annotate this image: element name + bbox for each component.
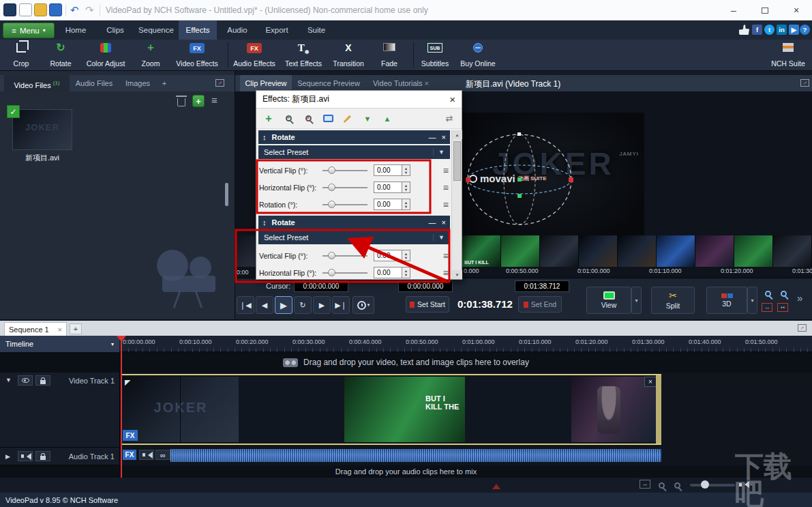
audio-clip-speaker[interactable] — [139, 450, 154, 460]
3d-button[interactable]: 3D — [706, 287, 747, 314]
loop-region-marker[interactable] — [492, 480, 500, 489]
playback-speed-button[interactable]: ▾ — [352, 296, 374, 314]
video-effects-button[interactable]: FXVideo Effects — [172, 41, 222, 70]
zoom-fit-icon[interactable] — [655, 479, 668, 491]
video-clip[interactable]: JOKER ◤ FX BUT I KILL THE × — [121, 374, 661, 445]
zoom-out-icon[interactable] — [761, 287, 775, 300]
crop-button[interactable]: Crop — [4, 41, 38, 70]
param-spinner[interactable]: ▲▼ — [402, 267, 410, 278]
video-frame[interactable]: JOKER JAMYI movavi动画 SUITE — [462, 113, 644, 248]
collapse-effect-icon[interactable]: — — [429, 133, 436, 141]
move-up-icon[interactable]: ▲ — [380, 112, 394, 126]
twitter-icon[interactable]: t — [764, 25, 775, 35]
set-start-button[interactable]: Set Start — [406, 296, 449, 313]
clip-end-handle[interactable] — [656, 375, 661, 444]
clip-resize-handle[interactable]: ◤ — [125, 378, 130, 387]
cursor-time-field[interactable]: 0:00:00.000 — [294, 280, 348, 292]
param-menu-icon[interactable]: ≡ — [443, 166, 449, 175]
scrollbar-handle[interactable] — [453, 141, 461, 181]
panel-resize-handle[interactable] — [225, 183, 228, 206]
menu-button[interactable]: ≡ Menu ▾ — [3, 23, 55, 38]
param-slider[interactable] — [322, 201, 367, 208]
save-project-icon[interactable] — [49, 3, 62, 16]
clip-fx-badge[interactable]: FX — [123, 430, 138, 441]
param-menu-icon[interactable]: ≡ — [443, 252, 449, 260]
rotation-gizmo[interactable] — [462, 113, 644, 248]
param-value-field[interactable]: 0.00 — [374, 164, 402, 176]
tab-audio[interactable]: Audio — [220, 20, 255, 40]
view-dropdown[interactable]: ▾ — [631, 287, 642, 314]
volume-slider-handle[interactable] — [701, 480, 709, 489]
timeline-zoom-icon[interactable] — [670, 479, 684, 491]
scroll-up-arrow[interactable]: ▲ — [452, 130, 462, 139]
add-effect-icon[interactable]: + — [262, 112, 275, 126]
audio-link-icon[interactable]: ∞ — [155, 450, 170, 460]
end-time-field[interactable]: 0:01:38.712 — [515, 280, 569, 292]
undo-icon[interactable]: ↶ — [70, 4, 79, 16]
youtube-icon[interactable]: ▶ — [789, 25, 799, 35]
remove-effect-icon[interactable]: × — [442, 133, 446, 141]
linkedin-icon[interactable]: in — [777, 25, 787, 35]
go-to-start-button[interactable]: ❘◀ — [237, 296, 254, 314]
pan-icon[interactable]: ↔ — [640, 480, 650, 489]
param-value-field[interactable]: 0.00 — [374, 182, 402, 193]
audio-fx-badge[interactable]: FX — [123, 450, 136, 460]
nch-suite-button[interactable]: NCH Suite — [768, 41, 809, 70]
tab-add-bin[interactable]: + — [158, 75, 170, 91]
subtitles-button[interactable]: SUBSubtitles — [416, 41, 454, 70]
param-slider[interactable] — [322, 252, 367, 259]
facebook-icon[interactable]: f — [752, 25, 762, 35]
open-project-icon[interactable] — [34, 3, 47, 16]
tab-export[interactable]: Export — [258, 20, 296, 40]
param-value-field[interactable]: 0.00 — [374, 267, 402, 278]
rotate-button[interactable]: ↻Rotate — [41, 41, 80, 70]
edit-effect-icon[interactable] — [341, 112, 355, 126]
add-sequence-tab[interactable]: + — [70, 323, 82, 334]
preview-monitor-icon[interactable] — [321, 112, 335, 126]
zoom-in-icon[interactable] — [777, 287, 790, 300]
param-spinner[interactable]: ▲▼ — [402, 164, 410, 176]
next-frame-button[interactable]: ▶ — [313, 296, 331, 314]
tab-audio-files[interactable]: Audio Files — [71, 75, 117, 91]
drag-handle-icon[interactable]: ↕ — [262, 218, 267, 227]
param-menu-icon[interactable]: ≡ — [443, 184, 449, 192]
audio-waveform[interactable] — [170, 449, 661, 462]
effect-section-header[interactable]: ↕ Rotate — × — [258, 216, 450, 229]
detach-panel-icon[interactable]: ↗ — [215, 79, 224, 87]
new-project-icon[interactable] — [19, 3, 32, 16]
add-files-button[interactable]: + — [192, 95, 205, 107]
close-button[interactable]: × — [785, 2, 807, 18]
param-spinner[interactable]: ▲▼ — [402, 199, 410, 210]
param-menu-icon[interactable]: ≡ — [443, 269, 449, 277]
tab-sequence[interactable]: Sequence — [135, 20, 177, 40]
close-dialog-icon[interactable]: × — [449, 93, 455, 105]
param-slider[interactable] — [322, 184, 367, 191]
volume-slider[interactable] — [690, 484, 735, 487]
mute-speaker-icon[interactable]: × — [739, 481, 753, 488]
buy-online-button[interactable]: Buy Online — [457, 41, 499, 70]
preset-select[interactable]: Select Preset▼ — [258, 231, 450, 244]
move-down-icon[interactable]: ▼ — [361, 112, 374, 126]
transition-button[interactable]: XTransition — [328, 41, 369, 70]
param-slider[interactable] — [322, 269, 367, 276]
remove-effect-icon[interactable]: × — [442, 218, 446, 227]
help-icon[interactable]: ? — [800, 25, 810, 35]
detach-timeline-icon[interactable]: ↗ — [798, 324, 807, 332]
previous-frame-button[interactable]: ◀ — [256, 296, 273, 314]
list-view-icon[interactable]: ≡ — [211, 96, 217, 105]
zoom-add-icon[interactable]: + — [282, 112, 295, 126]
tab-home[interactable]: Home — [57, 20, 94, 40]
effects-dialog-titlebar[interactable]: Effects: 新项目.avi × — [256, 91, 462, 108]
tab-suite[interactable]: Suite — [299, 20, 334, 40]
tab-sequence-1[interactable]: Sequence 1× — [4, 322, 67, 336]
fit-clip-icon[interactable]: ↔ — [762, 303, 772, 312]
dialog-scrollbar[interactable]: ▲ ▼ — [451, 130, 462, 279]
text-effects-button[interactable]: T✻Text Effects — [281, 41, 326, 70]
effect-section-header[interactable]: ↕ Rotate — × — [258, 130, 450, 144]
close-tab-icon[interactable]: × — [425, 79, 429, 87]
param-spinner[interactable]: ▲▼ — [402, 250, 410, 261]
play-button[interactable]: ▶ — [275, 296, 292, 314]
split-button[interactable]: ✂Split — [651, 287, 695, 314]
loop-button[interactable]: ↻ — [294, 296, 312, 314]
expand-transport-icon[interactable]: » — [797, 292, 802, 304]
